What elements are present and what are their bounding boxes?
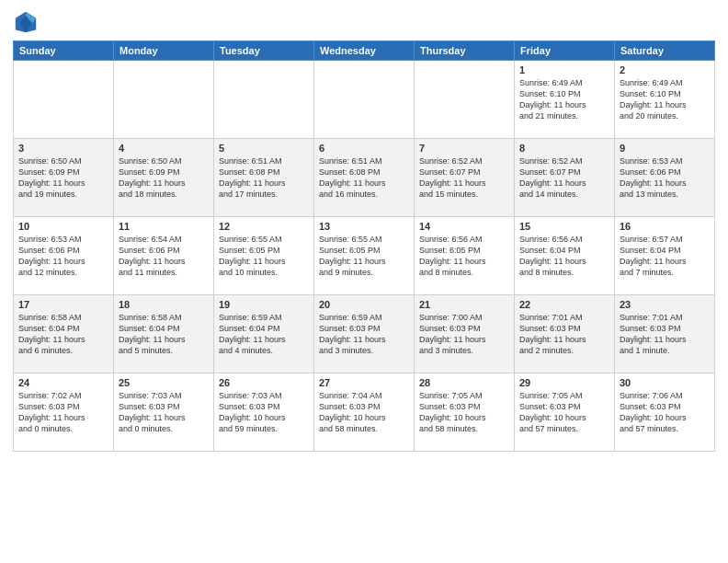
calendar-cell: 26Sunrise: 7:03 AM Sunset: 6:03 PM Dayli… bbox=[214, 373, 314, 452]
calendar-cell: 28Sunrise: 7:05 AM Sunset: 6:03 PM Dayli… bbox=[415, 373, 515, 452]
calendar-cell: 14Sunrise: 6:56 AM Sunset: 6:05 PM Dayli… bbox=[415, 217, 515, 295]
weekday-header-thursday: Thursday bbox=[415, 41, 515, 61]
calendar-cell: 12Sunrise: 6:55 AM Sunset: 6:05 PM Dayli… bbox=[214, 217, 314, 295]
calendar-cell: 1Sunrise: 6:49 AM Sunset: 6:10 PM Daylig… bbox=[515, 61, 615, 139]
day-number: 15 bbox=[519, 221, 609, 232]
weekday-header-monday: Monday bbox=[114, 41, 214, 61]
calendar-cell: 7Sunrise: 6:52 AM Sunset: 6:07 PM Daylig… bbox=[415, 139, 515, 217]
cell-content: Sunrise: 7:06 AM Sunset: 6:03 PM Dayligh… bbox=[620, 390, 710, 435]
day-number: 5 bbox=[219, 143, 309, 154]
weekday-header-row: SundayMondayTuesdayWednesdayThursdayFrid… bbox=[14, 41, 715, 61]
calendar-cell: 6Sunrise: 6:51 AM Sunset: 6:08 PM Daylig… bbox=[314, 139, 415, 217]
day-number: 24 bbox=[18, 377, 108, 388]
week-row-4: 24Sunrise: 7:02 AM Sunset: 6:03 PM Dayli… bbox=[14, 373, 715, 452]
cell-content: Sunrise: 6:51 AM Sunset: 6:08 PM Dayligh… bbox=[219, 155, 309, 201]
cell-content: Sunrise: 7:01 AM Sunset: 6:03 PM Dayligh… bbox=[620, 312, 710, 357]
calendar-cell: 27Sunrise: 7:04 AM Sunset: 6:03 PM Dayli… bbox=[314, 373, 415, 452]
calendar-cell: 16Sunrise: 6:57 AM Sunset: 6:04 PM Dayli… bbox=[615, 217, 715, 295]
cell-content: Sunrise: 6:59 AM Sunset: 6:04 PM Dayligh… bbox=[219, 312, 309, 357]
weekday-header-wednesday: Wednesday bbox=[314, 41, 415, 61]
day-number: 4 bbox=[119, 143, 209, 154]
weekday-header-saturday: Saturday bbox=[615, 41, 715, 61]
calendar-cell: 5Sunrise: 6:51 AM Sunset: 6:08 PM Daylig… bbox=[214, 139, 314, 217]
cell-content: Sunrise: 7:04 AM Sunset: 6:03 PM Dayligh… bbox=[319, 390, 409, 435]
calendar-cell: 18Sunrise: 6:58 AM Sunset: 6:04 PM Dayli… bbox=[114, 295, 214, 373]
calendar-cell: 30Sunrise: 7:06 AM Sunset: 6:03 PM Dayli… bbox=[615, 373, 715, 452]
calendar-cell: 21Sunrise: 7:00 AM Sunset: 6:03 PM Dayli… bbox=[415, 295, 515, 373]
logo-icon bbox=[13, 9, 39, 35]
day-number: 22 bbox=[519, 299, 609, 310]
calendar-cell: 17Sunrise: 6:58 AM Sunset: 6:04 PM Dayli… bbox=[14, 295, 114, 373]
cell-content: Sunrise: 6:51 AM Sunset: 6:08 PM Dayligh… bbox=[319, 155, 409, 201]
day-number: 20 bbox=[319, 299, 409, 310]
cell-content: Sunrise: 7:05 AM Sunset: 6:03 PM Dayligh… bbox=[419, 390, 509, 435]
calendar-cell: 11Sunrise: 6:54 AM Sunset: 6:06 PM Dayli… bbox=[114, 217, 214, 295]
day-number: 18 bbox=[119, 299, 209, 310]
day-number: 6 bbox=[319, 143, 409, 154]
calendar-cell bbox=[214, 61, 314, 139]
day-number: 7 bbox=[419, 143, 509, 154]
day-number: 11 bbox=[119, 221, 209, 232]
cell-content: Sunrise: 6:56 AM Sunset: 6:05 PM Dayligh… bbox=[419, 234, 509, 279]
cell-content: Sunrise: 6:50 AM Sunset: 6:09 PM Dayligh… bbox=[18, 155, 108, 201]
logo bbox=[13, 9, 42, 35]
cell-content: Sunrise: 7:03 AM Sunset: 6:03 PM Dayligh… bbox=[219, 390, 309, 435]
cell-content: Sunrise: 6:55 AM Sunset: 6:05 PM Dayligh… bbox=[319, 234, 409, 279]
day-number: 2 bbox=[620, 64, 710, 75]
calendar-cell: 24Sunrise: 7:02 AM Sunset: 6:03 PM Dayli… bbox=[14, 373, 114, 452]
day-number: 3 bbox=[18, 143, 108, 154]
cell-content: Sunrise: 6:49 AM Sunset: 6:10 PM Dayligh… bbox=[620, 77, 710, 122]
day-number: 19 bbox=[219, 299, 309, 310]
calendar-cell: 8Sunrise: 6:52 AM Sunset: 6:07 PM Daylig… bbox=[515, 139, 615, 217]
cell-content: Sunrise: 7:02 AM Sunset: 6:03 PM Dayligh… bbox=[18, 390, 108, 435]
calendar-cell bbox=[314, 61, 415, 139]
week-row-1: 3Sunrise: 6:50 AM Sunset: 6:09 PM Daylig… bbox=[14, 139, 715, 217]
weekday-header-sunday: Sunday bbox=[14, 41, 114, 61]
day-number: 17 bbox=[18, 299, 108, 310]
calendar-cell: 3Sunrise: 6:50 AM Sunset: 6:09 PM Daylig… bbox=[14, 139, 114, 217]
calendar-cell: 29Sunrise: 7:05 AM Sunset: 6:03 PM Dayli… bbox=[515, 373, 615, 452]
calendar-cell bbox=[415, 61, 515, 139]
cell-content: Sunrise: 6:53 AM Sunset: 6:06 PM Dayligh… bbox=[620, 155, 710, 201]
cell-content: Sunrise: 6:56 AM Sunset: 6:04 PM Dayligh… bbox=[519, 234, 609, 279]
calendar-cell: 22Sunrise: 7:01 AM Sunset: 6:03 PM Dayli… bbox=[515, 295, 615, 373]
weekday-header-friday: Friday bbox=[515, 41, 615, 61]
header bbox=[13, 9, 715, 35]
day-number: 8 bbox=[519, 143, 609, 154]
day-number: 13 bbox=[319, 221, 409, 232]
day-number: 16 bbox=[620, 221, 710, 232]
calendar-cell: 25Sunrise: 7:03 AM Sunset: 6:03 PM Dayli… bbox=[114, 373, 214, 452]
cell-content: Sunrise: 6:49 AM Sunset: 6:10 PM Dayligh… bbox=[519, 77, 609, 122]
cell-content: Sunrise: 6:52 AM Sunset: 6:07 PM Dayligh… bbox=[519, 155, 609, 201]
cell-content: Sunrise: 7:03 AM Sunset: 6:03 PM Dayligh… bbox=[119, 390, 209, 435]
day-number: 14 bbox=[419, 221, 509, 232]
day-number: 23 bbox=[620, 299, 710, 310]
page: SundayMondayTuesdayWednesdayThursdayFrid… bbox=[0, 0, 728, 563]
cell-content: Sunrise: 6:57 AM Sunset: 6:04 PM Dayligh… bbox=[620, 234, 710, 279]
calendar-cell bbox=[14, 61, 114, 139]
cell-content: Sunrise: 6:55 AM Sunset: 6:05 PM Dayligh… bbox=[219, 234, 309, 279]
calendar-cell: 23Sunrise: 7:01 AM Sunset: 6:03 PM Dayli… bbox=[615, 295, 715, 373]
calendar-cell: 9Sunrise: 6:53 AM Sunset: 6:06 PM Daylig… bbox=[615, 139, 715, 217]
day-number: 1 bbox=[519, 64, 609, 75]
calendar-cell: 13Sunrise: 6:55 AM Sunset: 6:05 PM Dayli… bbox=[314, 217, 415, 295]
calendar-cell: 4Sunrise: 6:50 AM Sunset: 6:09 PM Daylig… bbox=[114, 139, 214, 217]
day-number: 30 bbox=[620, 377, 710, 388]
calendar: SundayMondayTuesdayWednesdayThursdayFrid… bbox=[13, 40, 715, 452]
day-number: 26 bbox=[219, 377, 309, 388]
cell-content: Sunrise: 6:58 AM Sunset: 6:04 PM Dayligh… bbox=[18, 312, 108, 357]
cell-content: Sunrise: 7:00 AM Sunset: 6:03 PM Dayligh… bbox=[419, 312, 509, 357]
day-number: 25 bbox=[119, 377, 209, 388]
week-row-0: 1Sunrise: 6:49 AM Sunset: 6:10 PM Daylig… bbox=[14, 61, 715, 139]
calendar-cell: 19Sunrise: 6:59 AM Sunset: 6:04 PM Dayli… bbox=[214, 295, 314, 373]
day-number: 9 bbox=[620, 143, 710, 154]
cell-content: Sunrise: 6:58 AM Sunset: 6:04 PM Dayligh… bbox=[119, 312, 209, 357]
cell-content: Sunrise: 7:01 AM Sunset: 6:03 PM Dayligh… bbox=[519, 312, 609, 357]
day-number: 10 bbox=[18, 221, 108, 232]
week-row-3: 17Sunrise: 6:58 AM Sunset: 6:04 PM Dayli… bbox=[14, 295, 715, 373]
day-number: 28 bbox=[419, 377, 509, 388]
calendar-cell: 2Sunrise: 6:49 AM Sunset: 6:10 PM Daylig… bbox=[615, 61, 715, 139]
cell-content: Sunrise: 7:05 AM Sunset: 6:03 PM Dayligh… bbox=[519, 390, 609, 435]
calendar-cell: 10Sunrise: 6:53 AM Sunset: 6:06 PM Dayli… bbox=[14, 217, 114, 295]
cell-content: Sunrise: 6:52 AM Sunset: 6:07 PM Dayligh… bbox=[419, 155, 509, 201]
